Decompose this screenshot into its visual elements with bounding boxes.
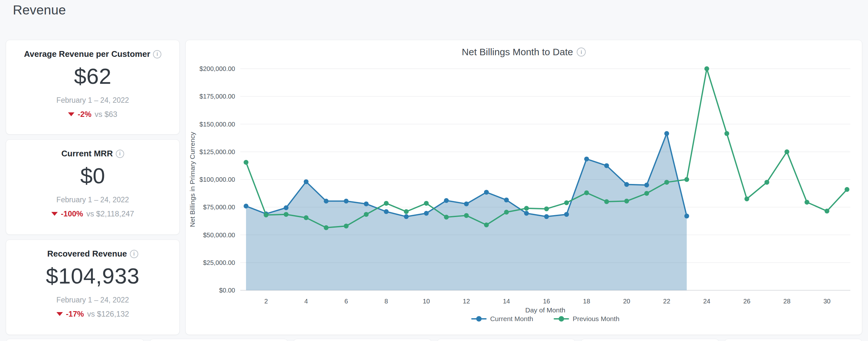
- svg-text:28: 28: [783, 297, 790, 305]
- svg-text:26: 26: [743, 297, 750, 305]
- next-row-card-top: [724, 339, 862, 341]
- next-row-card-top: [437, 339, 576, 341]
- svg-text:$100,000.00: $100,000.00: [199, 176, 235, 183]
- next-row-card-top: [6, 339, 144, 341]
- net-billings-chart-card: $0.00$25,000.00$50,000.00$75,000.00$100,…: [185, 40, 862, 335]
- chart-title: Net Billings Month to Date: [462, 47, 573, 57]
- kpi-value: $62: [6, 63, 179, 89]
- previous-month-marker-icon: [554, 318, 569, 319]
- kpi-delta-percent: -100%: [61, 209, 83, 218]
- svg-text:4: 4: [304, 297, 308, 305]
- svg-text:2: 2: [264, 297, 268, 305]
- svg-text:12: 12: [463, 297, 470, 305]
- svg-text:10: 10: [423, 297, 430, 305]
- next-row-card-top: [293, 339, 432, 341]
- info-icon[interactable]: i: [116, 150, 124, 158]
- kpi-card-current-mrr: Current MRR i $0 February 1 – 24, 2022 -…: [6, 139, 180, 235]
- kpi-label: Average Revenue per Customer: [24, 49, 150, 59]
- kpi-vs-previous: vs $63: [95, 110, 117, 119]
- kpi-card-recovered-revenue: Recovered Revenue i $104,933 February 1 …: [6, 239, 180, 335]
- info-icon[interactable]: i: [130, 250, 138, 258]
- svg-text:24: 24: [703, 297, 710, 305]
- svg-text:$125,000.00: $125,000.00: [199, 148, 235, 155]
- svg-text:$50,000.00: $50,000.00: [203, 231, 235, 238]
- kpi-period: February 1 – 24, 2022: [6, 296, 179, 304]
- info-icon[interactable]: i: [153, 50, 161, 58]
- legend-label: Previous Month: [572, 315, 619, 323]
- svg-text:$25,000.00: $25,000.00: [203, 259, 235, 266]
- svg-text:14: 14: [503, 297, 510, 305]
- legend-label: Current Month: [490, 315, 533, 323]
- svg-text:$75,000.00: $75,000.00: [203, 204, 235, 210]
- current-month-marker-icon: [471, 318, 487, 319]
- svg-text:16: 16: [543, 297, 550, 305]
- legend-item-current-month[interactable]: Current Month: [471, 315, 533, 323]
- page-title: Revenue: [13, 3, 66, 18]
- svg-text:$175,000.00: $175,000.00: [199, 93, 235, 100]
- svg-text:$200,000.00: $200,000.00: [199, 65, 235, 72]
- decrease-triangle-icon: [57, 312, 63, 316]
- legend-item-previous-month[interactable]: Previous Month: [554, 315, 619, 323]
- svg-text:Day of Month: Day of Month: [525, 306, 565, 314]
- kpi-card-average-revenue-per-customer: Average Revenue per Customer i $62 Febru…: [6, 40, 180, 135]
- kpi-vs-previous: vs $126,132: [87, 310, 129, 318]
- svg-text:18: 18: [583, 297, 590, 305]
- kpi-period: February 1 – 24, 2022: [6, 96, 179, 105]
- kpi-vs-previous: vs $2,118,247: [86, 209, 134, 218]
- svg-text:$150,000.00: $150,000.00: [199, 121, 235, 128]
- svg-text:20: 20: [623, 297, 630, 305]
- kpi-label: Recovered Revenue: [47, 249, 127, 259]
- kpi-value: $104,933: [6, 263, 179, 289]
- kpi-delta-percent: -17%: [66, 310, 84, 318]
- svg-text:30: 30: [824, 297, 831, 305]
- decrease-triangle-icon: [68, 112, 74, 116]
- svg-text:$0.00: $0.00: [219, 287, 235, 294]
- kpi-label: Current MRR: [61, 149, 113, 159]
- info-icon[interactable]: i: [577, 48, 586, 57]
- net-billings-chart[interactable]: $0.00$25,000.00$50,000.00$75,000.00$100,…: [186, 40, 863, 335]
- chart-legend: Current Month Previous Month: [240, 315, 850, 323]
- svg-text:22: 22: [663, 297, 670, 305]
- next-row-card-top: [150, 339, 288, 341]
- next-row-card-top: [581, 339, 719, 341]
- svg-text:8: 8: [384, 297, 388, 305]
- kpi-period: February 1 – 24, 2022: [6, 196, 179, 204]
- decrease-triangle-icon: [51, 212, 58, 216]
- svg-text:Net Billings in Primary Curren: Net Billings in Primary Currency: [189, 132, 196, 227]
- kpi-delta-percent: -2%: [78, 110, 91, 119]
- kpi-value: $0: [6, 163, 179, 189]
- svg-text:6: 6: [344, 297, 348, 305]
